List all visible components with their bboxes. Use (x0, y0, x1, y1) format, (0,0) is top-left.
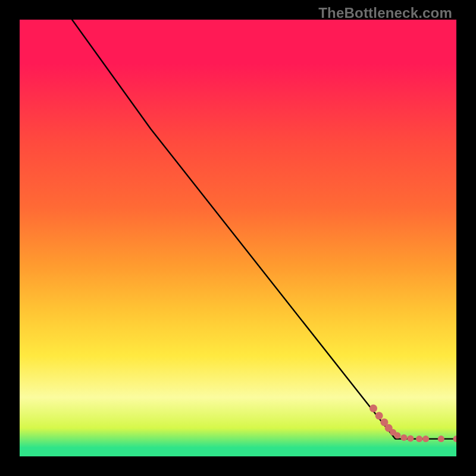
dot (416, 436, 422, 442)
dot (394, 432, 400, 439)
chart-overlay (20, 20, 456, 456)
dot (400, 434, 407, 441)
dot (422, 436, 429, 442)
dot (375, 412, 383, 419)
dot (438, 436, 444, 442)
dot (453, 436, 457, 442)
dot (369, 405, 377, 412)
plot-area (20, 20, 456, 456)
highlight-dots (369, 405, 456, 442)
curve-line (72, 20, 456, 439)
dot (407, 435, 414, 441)
chart-stage: TheBottleneck.com (0, 0, 476, 476)
watermark-text: TheBottleneck.com (318, 5, 452, 21)
